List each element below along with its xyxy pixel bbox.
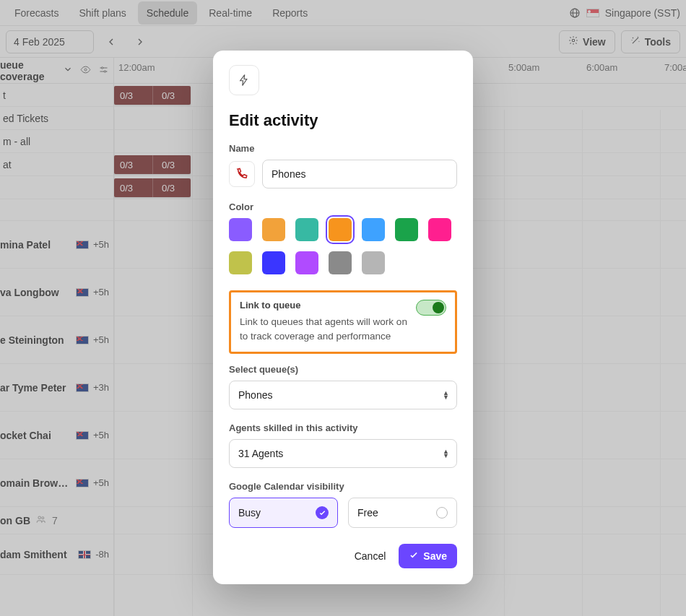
color-swatch[interactable] bbox=[295, 251, 318, 274]
color-swatch[interactable] bbox=[229, 251, 252, 274]
agents-skilled-dropdown[interactable]: 31 Agents ▲▼ bbox=[229, 439, 457, 468]
color-swatch[interactable] bbox=[362, 218, 385, 241]
color-swatch[interactable] bbox=[229, 218, 252, 241]
activity-name-input[interactable] bbox=[262, 160, 457, 188]
visibility-busy-option[interactable]: Busy bbox=[229, 498, 338, 528]
check-icon bbox=[409, 550, 419, 563]
agents-skilled-label: Agents skilled in this activity bbox=[229, 422, 457, 433]
color-swatch[interactable] bbox=[329, 251, 352, 274]
phone-icon bbox=[229, 161, 255, 187]
visibility-free-option[interactable]: Free bbox=[348, 498, 457, 528]
color-swatch[interactable] bbox=[329, 218, 352, 241]
cancel-button[interactable]: Cancel bbox=[355, 550, 386, 562]
save-button[interactable]: Save bbox=[399, 544, 457, 568]
link-to-queue-highlight: Link to queue Link to queues that agents… bbox=[229, 290, 457, 354]
updown-chevron-icon: ▲▼ bbox=[443, 449, 449, 458]
gcal-visibility-label: Google Calendar visibility bbox=[229, 481, 457, 492]
modal-title: Edit activity bbox=[229, 111, 457, 130]
color-swatch[interactable] bbox=[395, 218, 418, 241]
color-swatch[interactable] bbox=[362, 251, 385, 274]
color-swatch[interactable] bbox=[295, 218, 318, 241]
radio-empty-icon bbox=[436, 507, 448, 519]
color-swatches bbox=[229, 218, 457, 274]
link-to-queue-title: Link to queue bbox=[240, 300, 409, 311]
modal-overlay[interactable]: Edit activity Name Color Link to queue L… bbox=[0, 0, 686, 616]
lightning-icon bbox=[229, 65, 259, 95]
color-label: Color bbox=[229, 201, 457, 212]
edit-activity-modal: Edit activity Name Color Link to queue L… bbox=[213, 51, 473, 584]
select-queue-label: Select queue(s) bbox=[229, 364, 457, 375]
color-swatch[interactable] bbox=[262, 251, 285, 274]
name-label: Name bbox=[229, 143, 457, 154]
link-to-queue-toggle[interactable] bbox=[416, 300, 446, 316]
color-swatch[interactable] bbox=[428, 218, 451, 241]
color-swatch[interactable] bbox=[262, 218, 285, 241]
select-queue-dropdown[interactable]: Phones ▲▼ bbox=[229, 381, 457, 409]
check-icon bbox=[316, 506, 329, 519]
link-to-queue-desc: Link to queues that agents will work on … bbox=[240, 315, 409, 343]
updown-chevron-icon: ▲▼ bbox=[443, 391, 449, 399]
